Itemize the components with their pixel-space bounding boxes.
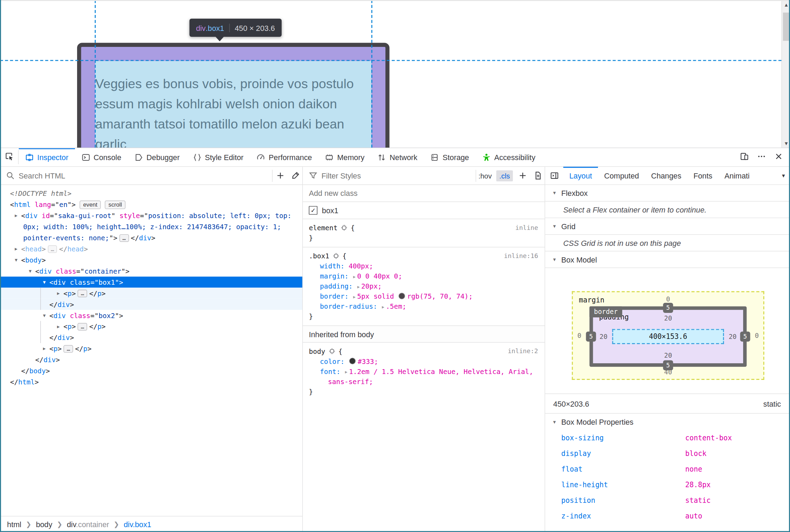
css-declaration[interactable]: width: 400px; [309, 261, 539, 271]
tab-console[interactable]: Console [75, 148, 128, 166]
padding-left-value[interactable]: 20 [600, 333, 608, 340]
padding-bottom-value[interactable]: 20 [664, 352, 672, 359]
close-button[interactable] [770, 148, 787, 166]
twisty-icon[interactable]: ▼ [13, 255, 19, 266]
border-top-value[interactable]: 5 [663, 303, 673, 313]
margin-right-value[interactable]: 0 [755, 332, 759, 339]
property-name[interactable]: float [561, 462, 582, 477]
margin-left-value[interactable]: 0 [577, 332, 581, 339]
markup-line[interactable]: ▼<div class="box1"> [0, 277, 303, 288]
box-model-properties-header[interactable]: ▼ Box Model Properties [545, 413, 790, 430]
twisty-icon[interactable]: ▼ [27, 266, 33, 277]
box-model-section-header[interactable]: ▼ Box Model [545, 251, 790, 268]
css-declaration[interactable]: padding: ▶20px; [309, 281, 539, 291]
breadcrumb-item[interactable]: body [36, 520, 52, 529]
margin-top-value[interactable]: 0 [666, 295, 670, 303]
tab-performance[interactable]: Performance [250, 148, 318, 166]
box-model-margin-layer[interactable]: margin 0 40 0 0 border 5 5 5 5 padding 2… [572, 291, 764, 380]
markup-line[interactable]: pointer-events: none;">…</div> [0, 232, 303, 243]
twisty-icon[interactable]: ▼ [41, 277, 47, 288]
node-picker-button[interactable] [0, 148, 18, 166]
sidebar-tab-fonts[interactable]: Fonts [687, 167, 718, 184]
breadcrumb-item[interactable]: html [7, 520, 21, 529]
property-name[interactable]: box-sizing [561, 430, 604, 446]
expand-arrow-icon[interactable]: ▶ [382, 305, 384, 309]
selector-highlighter-icon[interactable] [328, 347, 335, 357]
markup-line[interactable]: </div> [0, 354, 303, 365]
rule-selector[interactable]: body [309, 347, 325, 355]
expand-arrow-icon[interactable]: ▶ [357, 285, 360, 289]
border-bottom-value[interactable]: 5 [663, 360, 673, 370]
markup-line[interactable]: ▼<div class="container"> [0, 266, 303, 277]
expand-arrow-icon[interactable]: ▶ [345, 370, 348, 374]
twisty-icon[interactable]: ▶ [13, 210, 19, 221]
twisty-icon[interactable]: ▶ [56, 321, 61, 332]
property-name[interactable]: position [561, 493, 595, 508]
tab-memory[interactable]: Memory [318, 148, 371, 166]
twisty-icon[interactable]: ▶ [41, 343, 47, 354]
expand-arrow-icon[interactable]: ▶ [353, 295, 356, 299]
markup-line[interactable]: <!DOCTYPE html> [0, 188, 303, 199]
css-declaration[interactable]: border: ▶5px solid rgb(75, 70, 74); [309, 291, 539, 301]
markup-line[interactable]: ▼<div class="box2"> [0, 310, 303, 321]
inline-ellipsis[interactable]: … [119, 234, 129, 242]
breadcrumb-item[interactable]: div.container [67, 520, 109, 529]
add-node-button[interactable] [273, 167, 288, 184]
tabs-overflow-dropdown[interactable]: ▼ [781, 167, 790, 184]
pseudo-class-toggle[interactable]: :hov [476, 170, 494, 181]
box-model-padding-layer[interactable]: padding 20 20 20 20 400×153.6 [593, 310, 743, 363]
markup-line[interactable]: </div> [0, 299, 303, 310]
menu-button[interactable] [753, 148, 770, 166]
border-right-value[interactable]: 5 [740, 332, 750, 342]
responsive-button[interactable] [735, 148, 752, 166]
inline-ellipsis[interactable]: … [64, 345, 73, 353]
sidebar-tab-layout[interactable]: Layout [563, 167, 598, 184]
flexbox-section-header[interactable]: ▼ Flexbox [545, 185, 790, 201]
pane-separator-left[interactable] [302, 167, 303, 532]
tab-storage[interactable]: Storage [424, 148, 476, 166]
property-name[interactable]: line-height [561, 477, 608, 493]
rule-selector[interactable]: element [309, 224, 338, 232]
markup-line[interactable]: 0px; width: 100%; height…100%; z-index: … [0, 221, 303, 232]
padding-right-value[interactable]: 20 [729, 333, 737, 340]
css-declaration[interactable]: color: #333; [309, 356, 539, 366]
property-name[interactable]: display [561, 446, 591, 462]
inline-ellipsis[interactable]: … [78, 323, 87, 331]
add-new-class-input[interactable]: Add new class [303, 185, 545, 202]
tab-network[interactable]: Network [371, 148, 424, 166]
badge-event[interactable]: event [80, 200, 101, 209]
markup-line[interactable]: ▶<head>…</head> [0, 243, 303, 255]
inline-ellipsis[interactable]: … [78, 290, 87, 297]
tab-styleeditor[interactable]: Style Editor [186, 148, 250, 166]
rule-source-link[interactable]: inline:16 [504, 251, 538, 261]
markup-line[interactable]: </div> [0, 332, 303, 343]
markup-line[interactable]: <html lang="en">eventscroll [0, 199, 303, 210]
twisty-icon[interactable]: ▶ [56, 288, 61, 299]
padding-top-value[interactable]: 20 [664, 314, 672, 322]
pane-separator-right[interactable] [544, 167, 545, 532]
selector-highlighter-icon[interactable] [341, 224, 348, 234]
css-declaration[interactable]: border-radius: ▶.5em; [309, 301, 539, 311]
expand-arrow-icon[interactable]: ▶ [353, 275, 356, 279]
add-rule-button[interactable] [515, 167, 530, 184]
markup-line[interactable]: </html> [0, 376, 303, 388]
rule-selector[interactable]: .box1 [309, 252, 329, 260]
color-swatch[interactable] [399, 293, 405, 299]
inline-ellipsis[interactable]: … [48, 246, 57, 253]
box-model-content-layer[interactable]: 400×153.6 [612, 329, 724, 344]
breadcrumb-item[interactable]: div.box1 [124, 520, 151, 529]
tab-accessibility[interactable]: Accessibility [476, 148, 542, 166]
grid-section-header[interactable]: ▼ Grid [545, 218, 790, 235]
box-model-border-layer[interactable]: border 5 5 5 5 padding 20 20 20 20 400×1… [590, 306, 747, 367]
markup-line[interactable]: ▶<p>…</p> [0, 321, 303, 332]
markup-line[interactable]: ▶<p>…</p> [0, 343, 303, 354]
scrollbar-thumb[interactable] [783, 13, 790, 41]
css-declaration[interactable]: font: ▶1.2em / 1.5 Helvetica Neue, Helve… [309, 366, 539, 376]
css-declaration[interactable]: margin: ▶0 0 40px 0; [309, 271, 539, 281]
markup-line[interactable]: </body> [0, 365, 303, 376]
eyedropper-button[interactable] [288, 167, 303, 184]
sidebar-tab-animati[interactable]: Animati [718, 167, 756, 184]
rule-source-link[interactable]: inline [515, 223, 538, 233]
filter-styles-input[interactable]: Filter Styles [322, 171, 475, 180]
badge-scroll[interactable]: scroll [105, 200, 125, 209]
